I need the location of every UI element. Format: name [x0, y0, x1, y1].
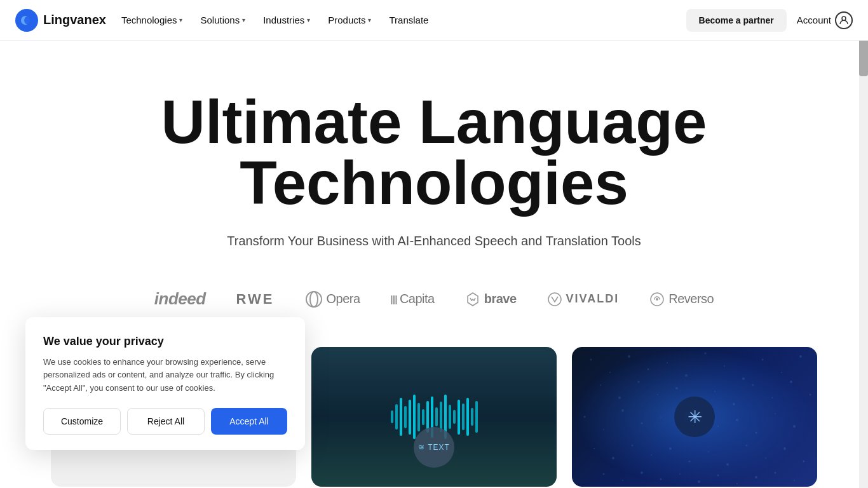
chevron-down-icon: ▾ — [368, 17, 371, 24]
svg-point-25 — [675, 387, 678, 390]
svg-point-7 — [656, 298, 658, 301]
partner-logos: indeed RWE Opera ||| Capita brave — [25, 289, 843, 309]
logo-icon — [15, 9, 38, 32]
svg-point-18 — [762, 359, 764, 361]
svg-point-54 — [765, 458, 766, 459]
svg-point-2 — [842, 17, 846, 20]
svg-point-11 — [628, 355, 630, 358]
svg-point-46 — [612, 457, 614, 459]
svg-point-15 — [705, 353, 707, 355]
svg-point-47 — [632, 445, 634, 447]
svg-point-19 — [781, 372, 782, 373]
svg-point-67 — [794, 480, 795, 481]
svg-point-55 — [783, 447, 786, 450]
svg-point-50 — [689, 461, 691, 463]
nav-item-products[interactable]: Products ▾ — [320, 10, 379, 30]
navbar: Lingvanex Technologies ▾ Solutions ▾ Ind… — [0, 0, 868, 41]
svg-point-66 — [775, 472, 776, 474]
nav-item-industries[interactable]: Industries ▾ — [255, 10, 318, 30]
svg-point-45 — [593, 448, 595, 449]
svg-point-49 — [669, 447, 672, 450]
svg-point-22 — [618, 396, 621, 399]
svg-point-63 — [717, 475, 719, 477]
account-icon — [835, 11, 853, 29]
svg-point-16 — [724, 365, 725, 367]
svg-point-40 — [717, 426, 719, 427]
hero-title: Ultimate Language Technologies — [148, 92, 720, 214]
logo-opera: Opera — [305, 290, 360, 308]
sound-wave-card: ≋ TEXT — [311, 347, 557, 487]
svg-point-5 — [548, 293, 561, 306]
account-menu[interactable]: Account — [797, 11, 853, 29]
nav-item-technologies[interactable]: Technologies ▾ — [114, 10, 191, 30]
svg-point-27 — [714, 391, 715, 392]
svg-point-4 — [310, 292, 318, 307]
svg-point-41 — [736, 419, 738, 421]
logo-link[interactable]: Lingvanex — [15, 9, 106, 32]
privacy-modal: We value your privacy We use cookies to … — [25, 317, 305, 450]
svg-point-33 — [584, 416, 586, 418]
nav-item-solutions[interactable]: Solutions ▾ — [193, 10, 253, 30]
svg-point-43 — [775, 413, 776, 414]
tech-card: ✳ — [572, 347, 817, 487]
svg-point-51 — [708, 451, 709, 452]
svg-point-30 — [771, 397, 773, 398]
svg-point-37 — [660, 416, 661, 417]
svg-point-29 — [752, 384, 754, 386]
svg-point-65 — [755, 476, 757, 478]
svg-point-64 — [736, 483, 738, 484]
nav-item-translate[interactable]: Translate — [381, 10, 436, 30]
svg-point-57 — [603, 473, 605, 475]
svg-point-24 — [657, 394, 658, 395]
chevron-down-icon: ▾ — [242, 17, 245, 24]
svg-point-32 — [810, 394, 811, 396]
logo-reverso: Reverso — [649, 292, 714, 307]
svg-point-44 — [793, 425, 796, 428]
svg-point-23 — [638, 381, 640, 383]
svg-point-61 — [679, 473, 681, 475]
reject-all-button[interactable]: Reject All — [127, 408, 205, 435]
logo-capita: ||| Capita — [391, 292, 435, 306]
svg-point-42 — [756, 432, 757, 434]
svg-point-53 — [746, 445, 748, 447]
svg-point-10 — [609, 372, 611, 373]
privacy-modal-text: We use cookies to enhance your browsing … — [43, 356, 287, 395]
customize-button[interactable]: Customize — [43, 408, 121, 435]
svg-point-34 — [603, 429, 604, 430]
tech-play-button[interactable]: ✳ — [674, 396, 715, 437]
svg-point-28 — [733, 403, 735, 405]
svg-point-14 — [685, 374, 688, 377]
scrollbar[interactable] — [859, 0, 868, 488]
svg-point-58 — [622, 480, 623, 481]
svg-point-48 — [651, 454, 652, 456]
svg-point-56 — [803, 461, 805, 463]
privacy-modal-title: We value your privacy — [43, 335, 287, 348]
svg-point-20 — [799, 355, 802, 358]
nav-items: Technologies ▾ Solutions ▾ Industries ▾ … — [114, 10, 686, 30]
logo-indeed: indeed — [154, 289, 206, 309]
nav-right: Become a partner Account — [686, 9, 853, 32]
chevron-down-icon: ▾ — [307, 17, 310, 24]
logo-brave: brave — [465, 292, 517, 307]
svg-point-52 — [726, 463, 729, 466]
sound-play-button[interactable]: ≋ TEXT — [414, 427, 454, 468]
svg-point-13 — [667, 362, 668, 363]
svg-point-17 — [742, 377, 745, 380]
privacy-buttons: Customize Reject All Accept All — [43, 408, 287, 435]
logo-rwe: RWE — [236, 291, 275, 308]
hero-subtitle: Transform Your Business with AI-Enhanced… — [25, 234, 843, 248]
svg-point-3 — [306, 292, 322, 307]
logo-vivaldi: VIVALDI — [547, 292, 620, 307]
svg-point-60 — [660, 478, 662, 480]
svg-point-21 — [600, 384, 601, 386]
svg-point-12 — [648, 369, 649, 370]
svg-point-35 — [621, 409, 624, 412]
svg-point-1 — [24, 16, 33, 25]
svg-point-62 — [698, 480, 700, 483]
logo-text: Lingvanex — [43, 13, 106, 27]
svg-point-36 — [641, 423, 643, 424]
svg-point-31 — [790, 381, 792, 383]
accept-all-button[interactable]: Accept All — [211, 408, 287, 435]
svg-point-59 — [641, 471, 643, 474]
become-partner-button[interactable]: Become a partner — [686, 9, 787, 32]
